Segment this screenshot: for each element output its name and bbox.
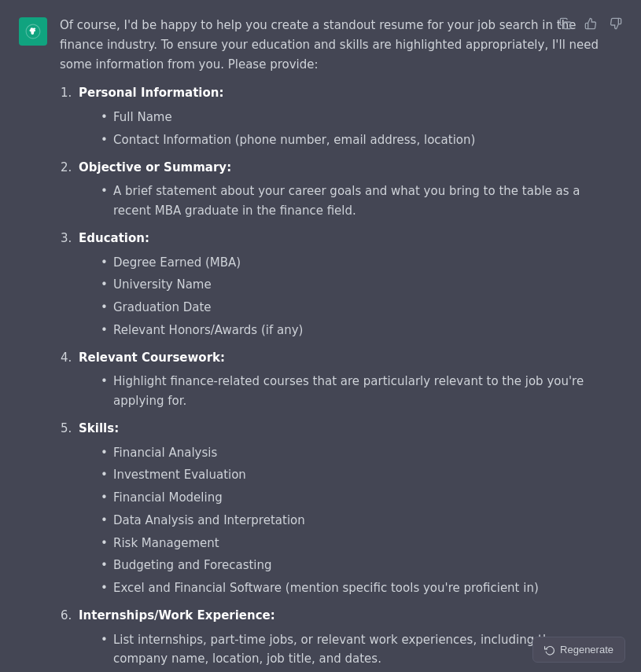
bullet-item: Degree Earned (MBA) (101, 253, 610, 273)
thumbs-up-button[interactable] (581, 14, 600, 33)
copy-button[interactable] (556, 14, 575, 33)
svg-rect-0 (564, 22, 571, 29)
bullet-item: University Name (101, 275, 610, 295)
list-item: Relevant Coursework: Highlight finance-r… (76, 348, 610, 411)
bullet-item: Relevant Honors/Awards (if any) (101, 321, 610, 340)
bullet-item: Highlight finance-related courses that a… (101, 372, 610, 411)
action-buttons (556, 14, 625, 33)
bullet-item: Budgeting and Forecasting (101, 556, 610, 575)
regenerate-button[interactable]: Regenerate (532, 637, 625, 663)
regenerate-bar: Regenerate (0, 627, 641, 672)
bullet-item: Financial Analysis (101, 443, 610, 463)
section-label: Personal Information: (79, 86, 224, 100)
message-text: Of course, I'd be happy to help you crea… (60, 16, 610, 672)
bullet-item: Data Analysis and Interpretation (101, 511, 610, 531)
list-item: Education: Degree Earned (MBA) Universit… (76, 229, 610, 340)
bullet-list: Degree Earned (MBA) University Name Grad… (91, 253, 610, 340)
list-item: Skills: Financial Analysis Investment Ev… (76, 419, 610, 598)
bullet-item: Risk Management (101, 534, 610, 553)
bullet-item: Financial Modeling (101, 488, 610, 508)
section-label: Internships/Work Experience: (79, 608, 275, 622)
bullet-list: Full Name Contact Information (phone num… (91, 108, 610, 150)
section-label: Education: (79, 231, 149, 245)
list-item: Personal Information: Full Name Contact … (76, 83, 610, 149)
thumbs-down-button[interactable] (606, 14, 625, 33)
bullet-list: A brief statement about your career goal… (91, 182, 610, 221)
bullet-item: Excel and Financial Software (mention sp… (101, 578, 610, 598)
assistant-message: Of course, I'd be happy to help you crea… (0, 0, 641, 672)
message-body: Of course, I'd be happy to help you crea… (60, 16, 610, 672)
bullet-item: Investment Evaluation (101, 465, 610, 485)
intro-paragraph: Of course, I'd be happy to help you crea… (60, 16, 610, 74)
bullet-item: Contact Information (phone number, email… (101, 130, 610, 150)
section-label: Objective or Summary: (79, 160, 231, 174)
bullet-item: A brief statement about your career goal… (101, 182, 610, 221)
section-label: Relevant Coursework: (79, 351, 225, 365)
bullet-item: Graduation Date (101, 298, 610, 318)
assistant-avatar (19, 17, 47, 46)
regenerate-label: Regenerate (560, 644, 613, 655)
bullet-list: Financial Analysis Investment Evaluation… (91, 443, 610, 598)
bullet-list: Highlight finance-related courses that a… (91, 372, 610, 411)
regenerate-icon (544, 644, 555, 655)
chat-container: Of course, I'd be happy to help you crea… (0, 0, 641, 672)
list-item: Objective or Summary: A brief statement … (76, 158, 610, 221)
section-label: Skills: (79, 421, 119, 435)
sections-list: Personal Information: Full Name Contact … (60, 83, 610, 672)
bullet-item: Full Name (101, 108, 610, 127)
